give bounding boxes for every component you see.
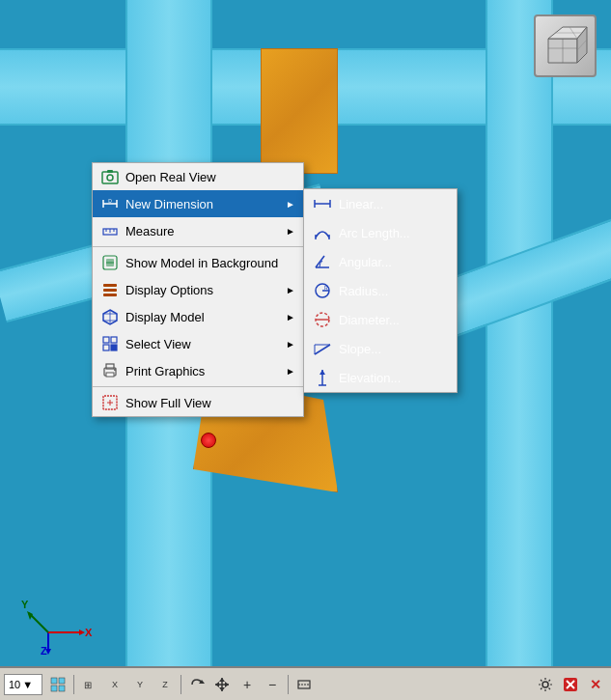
zoom-level-combo[interactable]: 10 ▼ [4,674,42,695]
submenu-arrow-display-model: ► [286,312,295,322]
svg-rect-10 [107,170,113,173]
toolbar-sep-2 [181,675,181,694]
zoom-out-button[interactable]: − [261,673,284,696]
svg-marker-76 [219,687,225,691]
svg-rect-69 [51,686,57,691]
rotate-button[interactable] [185,673,208,696]
menu-item-print-graphics[interactable]: Print Graphics ► [93,357,303,384]
submenu-item-diameter[interactable]: Diameter... [304,305,457,334]
print-icon [100,361,120,380]
svg-rect-68 [59,678,65,684]
angular-icon [312,251,333,272]
display-mode-button[interactable] [46,673,69,696]
menu-label-show-full-view: Show Full View [125,396,295,410]
submenu-label-elevation: Elevation... [339,371,401,385]
submenu-item-angular[interactable]: Angular... [304,247,457,276]
menu-item-show-model-bg[interactable]: Show Model in Background [93,249,303,276]
svg-rect-53 [106,373,114,377]
submenu-item-linear[interactable]: Linear... [304,189,457,218]
menu-label-show-model-bg: Show Model in Background [125,256,295,270]
submenu-item-slope[interactable]: Slope... [304,334,457,363]
diameter-icon [312,309,333,330]
submenu-arrow-measure: ► [286,226,295,237]
submenu-label-diameter: Diameter... [339,313,400,327]
menu-label-new-dimension: New Dimension [125,197,278,211]
menu-label-display-options: Display Options [125,283,278,297]
menu-label-display-model: Display Model [125,310,278,324]
arc-length-icon [312,222,333,243]
close-red-button[interactable] [559,673,582,696]
beam-vertical-right [486,0,553,666]
submenu-label-arc-length: Arc Length... [339,226,410,240]
menu-item-display-model[interactable]: Display Model ► [93,303,303,330]
svg-point-9 [107,175,113,181]
display-model-icon [100,307,120,326]
zoom-dropdown-arrow: ▼ [22,679,33,690]
menu-item-open-real-view[interactable]: Open Real View [93,163,303,190]
model-bg-icon [100,253,120,272]
menu-label-measure: Measure [125,224,278,238]
separator-2 [93,386,303,387]
select-view-icon [100,334,120,353]
svg-rect-41 [103,289,117,292]
svg-text:R: R [324,285,328,291]
submenu-label-radius: Radius... [339,284,388,298]
fit-z-button[interactable]: Z [153,673,177,696]
menu-item-display-options[interactable]: Display Options ► [93,276,303,303]
submenu-arrow-display-options: ► [286,285,295,295]
svg-rect-48 [111,337,117,343]
measure-icon [100,221,120,240]
menu-item-measure[interactable]: Measure ► [93,217,303,244]
radius-icon: R [312,280,333,301]
separator-1 [93,246,303,247]
close-x-button[interactable]: ✕ [584,673,607,696]
full-view-icon [100,393,120,412]
svg-text:⊞: ⊞ [84,680,92,690]
svg-text:D: D [108,198,112,204]
red-dot-1 [201,433,216,448]
menu-item-select-view[interactable]: Select View ► [93,330,303,357]
orange-plate-2 [261,48,338,174]
svg-rect-70 [59,686,65,691]
pan-button[interactable] [210,673,234,696]
svg-rect-42 [103,294,117,296]
svg-rect-47 [103,337,109,343]
svg-text:Y: Y [21,599,29,610]
svg-text:Z: Z [41,645,47,657]
svg-rect-50 [111,345,117,350]
menu-label-select-view: Select View [125,337,278,351]
elevation-icon [312,367,333,388]
orientation-cube[interactable] [534,14,597,77]
zoom-level-value: 10 [9,679,20,690]
slope-icon [312,338,333,359]
svg-point-81 [542,682,548,687]
display-options-icon [100,280,120,299]
svg-marker-78 [225,682,229,687]
settings-button[interactable] [534,673,557,696]
svg-rect-8 [102,172,118,183]
svg-rect-67 [51,678,57,684]
svg-line-27 [315,345,330,354]
menu-item-new-dimension[interactable]: D New Dimension ► Linear... [93,190,303,217]
menu-label-open-real-view: Open Real View [125,170,295,184]
submenu-item-arc-length[interactable]: Arc Length... [304,218,457,247]
submenu-label-slope: Slope... [339,342,381,356]
submenu-label-angular: Angular... [339,255,392,269]
submenu-item-radius[interactable]: R Radius... [304,276,457,305]
section-button[interactable] [292,673,316,696]
fit-x-button[interactable]: X [103,673,126,696]
fit-y-button[interactable]: Y [128,673,152,696]
fit-all-button[interactable]: ⊞ [78,673,101,696]
menu-label-print-graphics: Print Graphics [125,364,278,378]
zoom-in-button[interactable]: + [236,673,259,696]
svg-marker-32 [319,370,325,375]
svg-marker-77 [215,682,219,687]
camera-icon [100,167,120,186]
menu-item-show-full-view[interactable]: Show Full View [93,389,303,416]
submenu-arrow-print: ► [286,366,295,377]
submenu-item-elevation[interactable]: Elevation... [304,363,457,392]
bottom-toolbar: 10 ▼ ⊞ X Y Z + − [0,666,611,700]
toolbar-sep-3 [288,675,289,694]
svg-rect-49 [103,345,109,350]
submenu-arrow-dimension: ► [286,199,295,210]
